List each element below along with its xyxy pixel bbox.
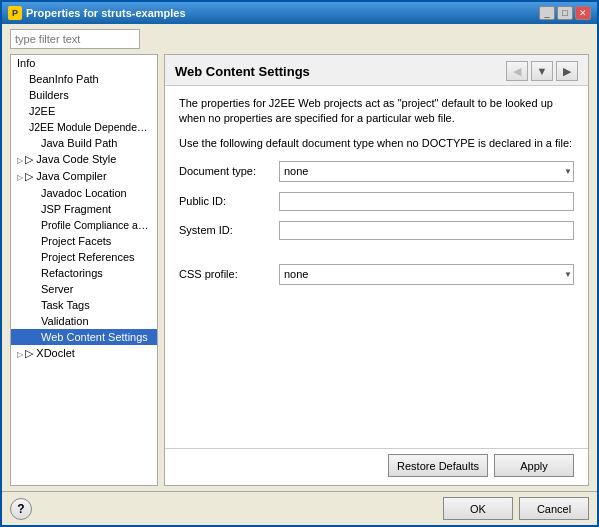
css-profile-label: CSS profile: bbox=[179, 268, 279, 280]
help-button[interactable]: ? bbox=[10, 498, 32, 520]
apply-button[interactable]: Apply bbox=[494, 454, 574, 477]
sidebar-item-j2ee-module[interactable]: J2EE Module Dependencie bbox=[11, 119, 157, 135]
title-bar: P Properties for struts-examples _ □ ✕ bbox=[2, 2, 597, 24]
back-button[interactable]: ◀ bbox=[506, 61, 528, 81]
sidebar-item-java-build-path[interactable]: Java Build Path bbox=[11, 135, 157, 151]
window-title: Properties for struts-examples bbox=[26, 7, 186, 19]
use-text: Use the following default document type … bbox=[179, 137, 574, 149]
spacer bbox=[179, 250, 574, 264]
public-id-label: Public ID: bbox=[179, 195, 279, 207]
right-panel: Web Content Settings ◀ ▼ ▶ The propertie… bbox=[164, 54, 589, 486]
title-bar-left: P Properties for struts-examples bbox=[8, 6, 186, 20]
window-icon: P bbox=[8, 6, 22, 20]
restore-defaults-button[interactable]: Restore Defaults bbox=[388, 454, 488, 477]
dialog-action-buttons: OK Cancel bbox=[443, 497, 589, 520]
description-text-1: The properties for J2EE Web projects act… bbox=[179, 96, 574, 127]
sidebar-item-task-tags[interactable]: Task Tags bbox=[11, 297, 157, 313]
sidebar-item-beaninfo[interactable]: BeanInfo Path bbox=[11, 71, 157, 87]
maximize-button[interactable]: □ bbox=[557, 6, 573, 20]
sidebar-item-javadoc-location[interactable]: Javadoc Location bbox=[11, 185, 157, 201]
dialog-bottom-bar: ? OK Cancel bbox=[2, 491, 597, 525]
document-type-label: Document type: bbox=[179, 165, 279, 177]
minimize-button[interactable]: _ bbox=[539, 6, 555, 20]
sidebar-item-web-content-settings[interactable]: Web Content Settings bbox=[11, 329, 157, 345]
document-type-row: Document type: none ▼ bbox=[179, 161, 574, 182]
system-id-input[interactable] bbox=[279, 221, 574, 240]
system-id-label: System ID: bbox=[179, 224, 279, 236]
sidebar-item-info[interactable]: Info bbox=[11, 55, 157, 71]
css-profile-row: CSS profile: none ▼ bbox=[179, 264, 574, 285]
css-profile-select-wrapper: none ▼ bbox=[279, 264, 574, 285]
nav-dropdown-button[interactable]: ▼ bbox=[531, 61, 553, 81]
sidebar-item-validation[interactable]: Validation bbox=[11, 313, 157, 329]
css-profile-select[interactable]: none bbox=[279, 264, 574, 285]
nav-buttons: ◀ ▼ ▶ bbox=[506, 61, 578, 81]
panel-bottom-buttons: Restore Defaults Apply bbox=[165, 448, 588, 485]
filter-input[interactable] bbox=[10, 29, 140, 49]
sidebar: Info BeanInfo Path Builders J2EE J2EE Mo… bbox=[10, 54, 158, 486]
sidebar-item-xdoclet[interactable]: ▷ XDoclet bbox=[11, 345, 157, 362]
sidebar-item-java-compiler[interactable]: ▷ Java Compiler bbox=[11, 168, 157, 185]
document-type-select-wrapper: none ▼ bbox=[279, 161, 574, 182]
document-type-select[interactable]: none bbox=[279, 161, 574, 182]
sidebar-item-builders[interactable]: Builders bbox=[11, 87, 157, 103]
panel-title: Web Content Settings bbox=[175, 64, 310, 79]
filter-bar bbox=[2, 24, 597, 54]
close-button[interactable]: ✕ bbox=[575, 6, 591, 20]
sidebar-item-jsp-fragment[interactable]: JSP Fragment bbox=[11, 201, 157, 217]
sidebar-item-java-code-style[interactable]: ▷ Java Code Style bbox=[11, 151, 157, 168]
sidebar-item-project-references[interactable]: Project References bbox=[11, 249, 157, 265]
cancel-button[interactable]: Cancel bbox=[519, 497, 589, 520]
panel-body: The properties for J2EE Web projects act… bbox=[165, 86, 588, 448]
main-split: Info BeanInfo Path Builders J2EE J2EE Mo… bbox=[2, 54, 597, 491]
public-id-row: Public ID: bbox=[179, 192, 574, 211]
sidebar-item-refactorings[interactable]: Refactorings bbox=[11, 265, 157, 281]
ok-button[interactable]: OK bbox=[443, 497, 513, 520]
public-id-input[interactable] bbox=[279, 192, 574, 211]
content-area: Info BeanInfo Path Builders J2EE J2EE Mo… bbox=[2, 24, 597, 491]
sidebar-item-j2ee[interactable]: J2EE bbox=[11, 103, 157, 119]
properties-dialog: P Properties for struts-examples _ □ ✕ I… bbox=[0, 0, 599, 527]
sidebar-item-server[interactable]: Server bbox=[11, 281, 157, 297]
sidebar-item-project-facets[interactable]: Project Facets bbox=[11, 233, 157, 249]
sidebar-item-profile-compliance[interactable]: Profile Compliance and Ya bbox=[11, 217, 157, 233]
system-id-row: System ID: bbox=[179, 221, 574, 240]
title-buttons: _ □ ✕ bbox=[539, 6, 591, 20]
panel-header: Web Content Settings ◀ ▼ ▶ bbox=[165, 55, 588, 86]
forward-button[interactable]: ▶ bbox=[556, 61, 578, 81]
